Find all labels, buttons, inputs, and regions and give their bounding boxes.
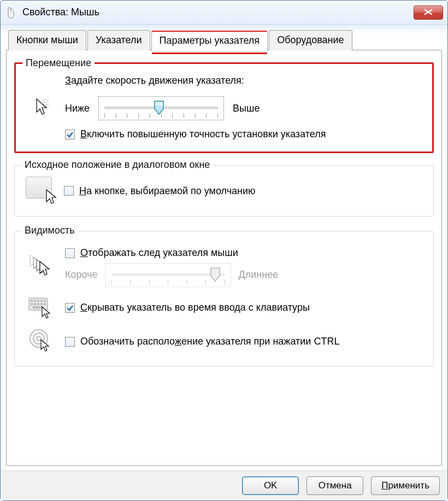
group-motion: Перемещение Задайте — [14, 62, 434, 153]
svg-rect-11 — [31, 303, 33, 305]
window-frame: Свойства: Мышь Кнопки мыши Указатели Пар… — [0, 0, 448, 501]
tab-hardware[interactable]: Оборудование — [269, 30, 352, 50]
tab-highlight — [152, 53, 268, 54]
tabstrip: Кнопки мыши Указатели Параметры указател… — [6, 30, 442, 50]
trail-longer-label: Длиннее — [239, 269, 279, 281]
svg-rect-10 — [44, 300, 46, 302]
tab-buttons[interactable]: Кнопки мыши — [8, 30, 86, 50]
pointer-speed-icon — [34, 98, 50, 118]
svg-point-19 — [37, 336, 41, 341]
trail-label[interactable]: Отображать след указателя мыши — [80, 247, 238, 259]
group-visibility: Видимость — [14, 231, 434, 366]
tab-pointers[interactable]: Указатели — [87, 30, 150, 50]
speed-slower-label: Ниже — [65, 103, 90, 114]
svg-rect-9 — [40, 300, 43, 302]
ctrl-locate-checkbox[interactable] — [65, 337, 75, 347]
svg-rect-14 — [40, 303, 43, 305]
svg-rect-12 — [34, 303, 36, 305]
hide-typing-checkbox[interactable] — [65, 303, 75, 313]
speed-faster-label: Выше — [233, 103, 260, 114]
snap-icon — [26, 177, 56, 205]
group-motion-legend: Перемещение — [22, 57, 95, 69]
pointer-trail-icon — [28, 254, 52, 280]
apply-button[interactable]: Применить — [371, 476, 440, 495]
tab-panel: Перемещение Задайте — [6, 50, 442, 466]
snap-checkbox[interactable] — [64, 186, 74, 196]
check-icon — [66, 131, 74, 138]
speed-slider-thumb[interactable] — [154, 100, 164, 115]
precision-label[interactable]: Включить повышенную точность установки у… — [80, 128, 326, 141]
close-button[interactable] — [414, 5, 443, 20]
close-icon — [424, 8, 433, 18]
hide-typing-icon — [28, 295, 52, 321]
svg-rect-6 — [31, 300, 33, 302]
snap-label[interactable]: На кнопке, выбираемой по умолчанию — [79, 185, 256, 197]
svg-rect-7 — [34, 300, 36, 302]
group-snap: Исходное положение в диалоговом окне — [14, 165, 434, 217]
window-title: Свойства: Мышь — [22, 7, 414, 18]
check-icon — [66, 304, 74, 312]
tab-pointer-options-label: Параметры указателя — [160, 35, 260, 46]
hide-typing-label[interactable]: Скрывать указатель во время ввода с клав… — [80, 301, 310, 314]
dialog-button-row: OK Отмена Применить — [1, 470, 447, 500]
client-area: Кнопки мыши Указатели Параметры указател… — [1, 25, 447, 470]
trail-shorter-label: Короче — [65, 269, 98, 281]
precision-checkbox[interactable] — [65, 130, 75, 139]
tab-pointer-options[interactable]: Параметры указателя — [151, 31, 268, 51]
trail-slider — [105, 263, 231, 287]
group-snap-legend: Исходное положение в диалоговом окне — [21, 159, 213, 171]
ctrl-locate-icon — [28, 329, 52, 355]
trail-checkbox[interactable] — [65, 248, 75, 258]
speed-slider[interactable] — [98, 96, 224, 120]
cancel-button[interactable]: Отмена — [306, 476, 363, 495]
ctrl-locate-label[interactable]: Обозначить расположение указателя при на… — [80, 335, 339, 348]
trail-slider-track — [111, 273, 225, 276]
titlebar[interactable]: Свойства: Мышь — [1, 1, 447, 25]
trail-slider-ticks — [111, 280, 225, 286]
speed-instruction-rest: адайте скорость движения указателя: — [71, 75, 244, 86]
app-icon — [5, 7, 17, 19]
group-visibility-legend: Видимость — [21, 225, 78, 236]
speed-instruction: Задайте скорость движения указателя: — [65, 75, 422, 86]
svg-rect-13 — [37, 303, 39, 305]
svg-rect-8 — [37, 300, 39, 302]
ok-button[interactable]: OK — [242, 476, 299, 495]
trail-slider-thumb — [210, 267, 221, 282]
svg-rect-15 — [44, 303, 46, 305]
